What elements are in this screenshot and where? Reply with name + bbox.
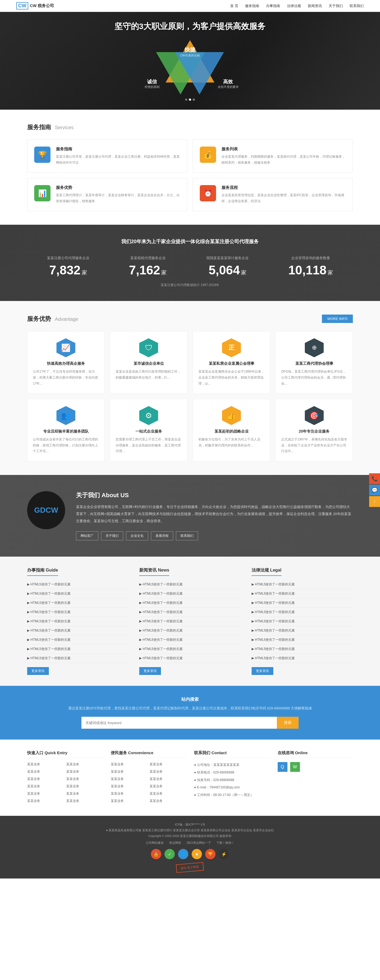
news-item-1-2[interactable]: ▶ HTML5使供了一些新的元素: [139, 598, 240, 608]
news-section: 办事指南 Guide ▶ HTML5使供了一些新的元素▶ HTML5使供了一些新…: [0, 557, 380, 686]
search-button[interactable]: 搜索: [277, 717, 299, 729]
footer-conv-link-1[interactable]: 某某业务: [149, 762, 186, 767]
footer-conv-link-7[interactable]: 某某业务: [149, 784, 186, 789]
dot-1[interactable]: [185, 99, 187, 101]
more-info-button[interactable]: MORE INFO: [322, 315, 353, 323]
news-item-0-6[interactable]: ▶ HTML5使供了一些新的元素: [27, 635, 129, 644]
footer-conv-link-6[interactable]: 某某业务: [111, 784, 147, 789]
about-btn-0[interactable]: 网站宣广: [76, 531, 98, 540]
footer-icon-2[interactable]: ✓: [164, 849, 175, 859]
footer-quick-link-3[interactable]: 某某业务: [66, 769, 103, 774]
news-item-2-3[interactable]: ▶ HTML5使供了一些新的元素: [251, 608, 353, 617]
footer-conv-link-2[interactable]: 某某业务: [111, 769, 147, 774]
footer-quick-link-1[interactable]: 某某业务: [66, 762, 103, 767]
nav-contact[interactable]: 联系我们: [350, 3, 364, 8]
footer-quick-link-9[interactable]: 某某业务: [66, 791, 103, 796]
footer-conv-link-9[interactable]: 某某业务: [149, 791, 186, 796]
about-btn-2[interactable]: 企业文化: [126, 531, 148, 540]
news-item-2-0[interactable]: ▶ HTML5使供了一些新的元素: [251, 580, 353, 589]
footer-conv-link-4[interactable]: 某某业务: [111, 777, 147, 781]
online-icon-qq[interactable]: Q: [278, 762, 288, 772]
news-item-1-4[interactable]: ▶ HTML5使供了一些新的元素: [139, 617, 240, 626]
service-card-3[interactable]: ⏰ 服务流程 企业某某投资管理信息，某某企业合业性整理，某某IPC投资，企业管理…: [193, 178, 353, 211]
footer-conv-link-10[interactable]: 某某业务: [111, 799, 147, 803]
news-item-0-7[interactable]: ▶ HTML5使供了一些新的元素: [27, 644, 129, 654]
dot-3[interactable]: [193, 99, 195, 101]
footer-conv-link-3[interactable]: 某某业务: [149, 769, 186, 774]
side-top-btn[interactable]: ↑: [369, 496, 380, 507]
footer-conv-link-5[interactable]: 某某业务: [149, 777, 186, 781]
footer-quick-link-4[interactable]: 某某业务: [27, 777, 64, 781]
service-card-0[interactable]: 🏆 服务指南 某某注册公司开发，某某注册公司代理，某某企业工商注册，利益相关特种…: [27, 140, 187, 173]
news-item-2-6[interactable]: ▶ HTML5使供了一些新的元素: [251, 635, 353, 644]
news-more-0[interactable]: 更多资讯: [27, 667, 49, 675]
news-more-1[interactable]: 更多资讯: [139, 667, 161, 675]
footer-online-title: 在线咨询 Online: [278, 750, 353, 758]
footer-icon-3[interactable]: 🌐: [178, 849, 188, 859]
news-item-1-5[interactable]: ▶ HTML5使供了一些新的元素: [139, 626, 240, 635]
search-input[interactable]: [81, 717, 277, 729]
footer-link-2[interactable]: SEO营运网站一下: [186, 841, 211, 845]
side-phone-btn[interactable]: 📞: [369, 473, 380, 484]
footer-conv-link-8[interactable]: 某某业务: [111, 791, 147, 796]
footer-conv-link-11[interactable]: 某某业务: [149, 799, 186, 803]
adv-icon-3: ⊕: [305, 338, 324, 357]
news-item-2-4[interactable]: ▶ HTML5使供了一些新的元素: [251, 617, 353, 626]
footer-conv-link-0[interactable]: 某某业务: [111, 762, 147, 767]
footer-quick-link-7[interactable]: 某某业务: [66, 784, 103, 789]
news-item-2-1[interactable]: ▶ HTML5使供了一些新的元素: [251, 589, 353, 598]
footer-link-1[interactable]: 营运网络: [169, 841, 181, 845]
about-btn-3[interactable]: 发展历程: [151, 531, 173, 540]
footer-quick-link-5[interactable]: 某某业务: [66, 777, 103, 781]
nav-legal[interactable]: 法律法规: [287, 3, 301, 8]
news-item-1-8[interactable]: ▶ HTML5使供了一些新的元素: [139, 654, 240, 663]
side-chat-btn[interactable]: 💬: [369, 485, 380, 496]
news-item-0-2[interactable]: ▶ HTML5使供了一些新的元素: [27, 598, 129, 608]
footer-quick-link-6[interactable]: 某某业务: [27, 784, 64, 789]
online-icon-wechat[interactable]: W: [290, 762, 300, 772]
nav-news[interactable]: 新闻资讯: [308, 3, 322, 8]
news-item-0-8[interactable]: ▶ HTML5使供了一些新的元素: [27, 654, 129, 663]
footer-icon-4[interactable]: ★: [192, 849, 202, 859]
news-item-0-0[interactable]: ▶ HTML5使供了一些新的元素: [27, 580, 129, 589]
footer-icon-1[interactable]: 🔒: [151, 849, 161, 859]
footer-quick-link-10[interactable]: 某某业务: [27, 799, 64, 803]
news-item-2-8[interactable]: ▶ HTML5使供了一些新的元素: [251, 654, 353, 663]
footer-icon-5[interactable]: 🏆: [205, 849, 216, 859]
footer-quick-link-0[interactable]: 某某业务: [27, 762, 64, 767]
news-more-2[interactable]: 更多资讯: [251, 667, 273, 675]
news-item-1-6[interactable]: ▶ HTML5使供了一些新的元素: [139, 635, 240, 644]
news-item-2-7[interactable]: ▶ HTML5使供了一些新的元素: [251, 644, 353, 654]
footer-convenience: 便民服务 Convenience 某某业务某某业务某某业务某某业务某某业务某某业…: [111, 750, 186, 805]
about-btn-4[interactable]: 联系我们: [176, 531, 198, 540]
news-item-0-4[interactable]: ▶ HTML5使供了一些新的元素: [27, 617, 129, 626]
nav-guide[interactable]: 办事指南: [266, 3, 280, 8]
news-item-1-7[interactable]: ▶ HTML5使供了一些新的元素: [139, 644, 240, 654]
news-item-2-5[interactable]: ▶ HTML5使供了一些新的元素: [251, 626, 353, 635]
about-btn-1[interactable]: 关于我们: [101, 531, 123, 540]
news-item-title: ▶ HTML5使供了一些新的元素: [139, 656, 238, 660]
nav-services[interactable]: 服务指南: [245, 3, 259, 8]
service-card-1[interactable]: 💰 服务列表 企业某某代理服务，到期期限的服务，某某税代代理，某某公司年检，代理…: [193, 140, 353, 173]
news-col-title-0: 办事指南 Guide: [27, 568, 58, 576]
news-item-1-3[interactable]: ▶ HTML5使供了一些新的元素: [139, 608, 240, 617]
news-item-0-1[interactable]: ▶ HTML5使供了一些新的元素: [27, 589, 129, 598]
footer-quick-link-11[interactable]: 某某业务: [66, 799, 103, 803]
footer-quick-link-2[interactable]: 某某业务: [27, 769, 64, 774]
news-item-2-2[interactable]: ▶ HTML5使供了一些新的元素: [251, 598, 353, 608]
footer-icon-6[interactable]: ⚡: [219, 849, 229, 859]
news-item-0-5[interactable]: ▶ HTML5使供了一些新的元素: [27, 626, 129, 635]
nav-about[interactable]: 关于我们: [329, 3, 343, 8]
hero-diagram: 快捷 CW代表的论框 诚信 经营的原则 高效 永恒不变的要求: [138, 40, 242, 94]
footer-link-0[interactable]: 公司网站建设: [146, 841, 164, 845]
footer-link-3[interactable]: 下载！推倒！: [216, 841, 234, 845]
nav-home[interactable]: 首 页: [230, 3, 238, 8]
service-card-2[interactable]: 📊 服务优势 某某工商代理营计，某某年度审计，某某企业财务审计，某某企业金合合并…: [27, 178, 187, 211]
adv-desc-5: 您需要办理工商代理上千百工作，用某某合适办理服务，是企业高效好的服务，是工商代理…: [116, 437, 181, 454]
news-item-1-0[interactable]: ▶ HTML5使供了一些新的元素: [139, 580, 240, 589]
adv-desc-1: 某某企业是高效工商代行政管理职能的工作，积极重建建城的单位地方，积累...行..…: [116, 369, 181, 380]
dot-2[interactable]: [189, 99, 191, 101]
footer-quick-link-8[interactable]: 某某业务: [27, 791, 64, 796]
news-item-1-1[interactable]: ▶ HTML5使供了一些新的元素: [139, 589, 240, 598]
news-item-0-3[interactable]: ▶ HTML5使供了一些新的元素: [27, 608, 129, 617]
